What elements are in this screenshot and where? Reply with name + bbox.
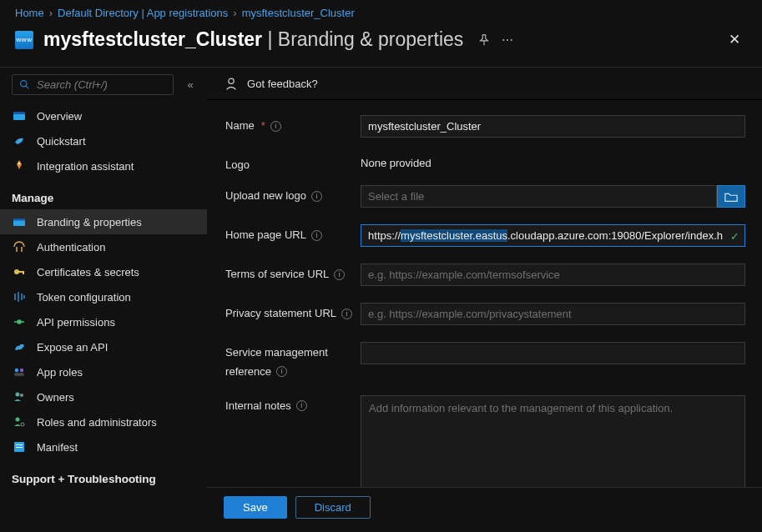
- sidebar-item-quickstart[interactable]: Quickstart: [0, 128, 207, 153]
- info-icon[interactable]: i: [311, 230, 322, 241]
- feedback-icon[interactable]: [224, 76, 239, 91]
- authentication-icon: [12, 240, 27, 253]
- breadcrumb-sep: ›: [233, 7, 236, 19]
- sidebar-item-api-permissions[interactable]: API permissions: [0, 309, 207, 334]
- svg-point-0: [21, 81, 27, 87]
- close-icon[interactable]: ✕: [722, 28, 747, 52]
- info-icon[interactable]: i: [296, 400, 307, 411]
- sidebar-item-label: Certificates & secrets: [37, 266, 139, 279]
- sidebar-item-label: Authentication: [37, 241, 105, 253]
- form-area: Name* i Logo None provided Upload new lo…: [207, 100, 762, 487]
- overview-icon: [12, 109, 27, 123]
- manifest-icon: [12, 440, 27, 454]
- info-icon[interactable]: i: [270, 121, 281, 132]
- feedback-link[interactable]: Got feedback?: [247, 78, 318, 90]
- content-toolbar: Got feedback?: [207, 68, 762, 100]
- sidebar-item-expose-api[interactable]: Expose an API: [0, 334, 207, 359]
- svg-rect-3: [13, 112, 25, 114]
- svg-point-15: [15, 369, 18, 372]
- app-roles-icon: [12, 365, 27, 379]
- privacy-url-label: Privacy statement URL i: [225, 303, 361, 320]
- upload-logo-label: Upload new logo i: [225, 185, 361, 203]
- tos-url-input[interactable]: [361, 263, 745, 286]
- svg-point-18: [16, 393, 20, 397]
- sidebar-item-label: Manifest: [37, 441, 78, 454]
- sidebar-item-label: Branding & properties: [37, 216, 142, 228]
- logo-label: Logo: [225, 154, 361, 172]
- breadcrumb: Home › Default Directory | App registrat…: [0, 0, 762, 24]
- sidebar-item-overview[interactable]: Overview: [0, 103, 207, 128]
- breadcrumb-home[interactable]: Home: [15, 7, 44, 19]
- sidebar-item-label: Owners: [37, 391, 74, 404]
- breadcrumb-sep: ›: [49, 7, 53, 19]
- sidebar-item-label: API permissions: [37, 316, 115, 329]
- key-icon: [12, 265, 27, 279]
- svg-rect-23: [16, 444, 23, 445]
- name-label: Name* i: [225, 115, 361, 133]
- sidebar-item-label: App roles: [37, 366, 83, 379]
- sidebar-heading-support: Support + Troubleshooting: [0, 459, 207, 490]
- sidebar-item-owners[interactable]: Owners: [0, 384, 207, 409]
- info-icon[interactable]: i: [311, 191, 322, 202]
- svg-rect-24: [16, 447, 23, 448]
- upload-logo-input[interactable]: [361, 185, 717, 208]
- more-icon[interactable]: ⋯: [502, 33, 513, 47]
- svg-point-19: [20, 394, 23, 397]
- roles-admins-icon: [12, 415, 27, 429]
- page-title-sub: Branding & properties: [278, 28, 463, 50]
- pin-icon[interactable]: [478, 34, 490, 46]
- svg-point-20: [16, 418, 20, 422]
- sidebar-item-branding[interactable]: Branding & properties: [0, 209, 207, 234]
- sidebar-heading-manage: Manage: [0, 178, 207, 209]
- sidebar-item-roles-admins[interactable]: Roles and administrators: [0, 409, 207, 434]
- sidebar-item-certificates[interactable]: Certificates & secrets: [0, 259, 207, 284]
- name-input[interactable]: [361, 115, 745, 138]
- token-icon: [12, 290, 27, 304]
- sidebar-item-integration-assistant[interactable]: Integration assistant: [0, 153, 207, 178]
- svg-point-21: [21, 423, 24, 426]
- privacy-url-input[interactable]: [361, 303, 745, 325]
- svg-rect-17: [14, 373, 24, 376]
- sidebar-item-label: Roles and administrators: [37, 416, 157, 429]
- svg-point-14: [18, 320, 21, 324]
- collapse-sidebar-icon[interactable]: «: [179, 78, 202, 91]
- api-permissions-icon: [12, 315, 27, 329]
- sidebar-item-label: Token configuration: [37, 291, 131, 304]
- owners-icon: [12, 390, 27, 404]
- info-icon[interactable]: i: [334, 269, 345, 280]
- svg-point-25: [229, 78, 234, 83]
- homepage-url-input[interactable]: https://mysftestcluster.eastus.cloudapp.…: [361, 224, 745, 247]
- sidebar-item-manifest[interactable]: Manifest: [0, 434, 207, 459]
- page-header: www mysftestcluster_Cluster | Branding &…: [0, 24, 762, 67]
- breadcrumb-directory[interactable]: Default Directory | App registrations: [58, 7, 228, 19]
- service-mgmt-ref-label: Service management reference i: [225, 342, 361, 379]
- sidebar-item-label: Quickstart: [37, 135, 86, 148]
- app-registration-icon: www: [15, 31, 33, 49]
- info-icon[interactable]: i: [276, 366, 287, 377]
- content-area: Got feedback? Name* i Logo None provided: [207, 67, 762, 527]
- internal-notes-input[interactable]: [361, 395, 745, 487]
- branding-icon: [12, 215, 27, 228]
- sidebar-item-authentication[interactable]: Authentication: [0, 234, 207, 259]
- browse-file-button[interactable]: [717, 185, 745, 208]
- svg-point-16: [20, 369, 23, 372]
- sidebar-item-label: Expose an API: [37, 341, 108, 354]
- discard-button[interactable]: Discard: [295, 496, 371, 519]
- search-icon: [19, 79, 30, 90]
- expose-api-icon: [12, 340, 27, 354]
- action-bar: Save Discard: [207, 487, 762, 527]
- service-mgmt-ref-input[interactable]: [361, 342, 745, 364]
- search-input[interactable]: [37, 78, 166, 91]
- sidebar-item-app-roles[interactable]: App roles: [0, 359, 207, 384]
- svg-line-1: [26, 86, 28, 88]
- valid-check-icon: ✓: [730, 229, 739, 242]
- info-icon[interactable]: i: [341, 309, 352, 319]
- breadcrumb-current[interactable]: mysftestcluster_Cluster: [242, 7, 355, 19]
- sidebar-item-token-config[interactable]: Token configuration: [0, 284, 207, 309]
- logo-value: None provided: [361, 154, 431, 169]
- rocket-icon: [12, 159, 27, 173]
- internal-notes-label: Internal notes i: [225, 395, 361, 413]
- save-button[interactable]: Save: [224, 496, 287, 519]
- sidebar: « Overview Quickstart Integration assist…: [0, 67, 207, 527]
- search-input-wrap[interactable]: [12, 74, 174, 95]
